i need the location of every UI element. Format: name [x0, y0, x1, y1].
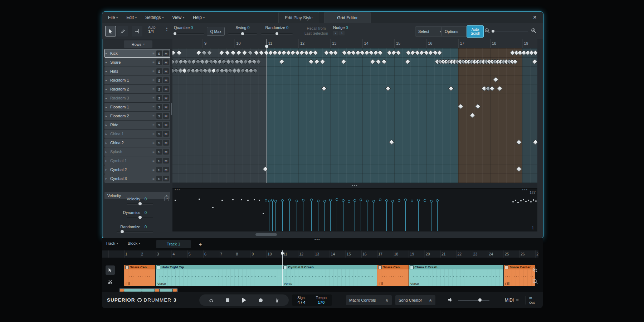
note-diamond[interactable] — [497, 86, 503, 92]
menu-file[interactable]: File▾ — [108, 15, 118, 20]
menu-edit[interactable]: Edit▾ — [126, 15, 137, 20]
note-diamond[interactable] — [262, 166, 268, 172]
section-grip-dots[interactable]: ••• — [314, 239, 321, 241]
chevron-right-icon[interactable]: ▸ — [106, 132, 109, 136]
solo-button[interactable]: S — [156, 167, 162, 172]
velocity-stem[interactable] — [337, 200, 337, 231]
velocity-stem[interactable] — [289, 201, 290, 231]
zoom-slider-handle[interactable] — [492, 30, 494, 33]
solo-button[interactable]: S — [156, 131, 162, 137]
velocity-dot[interactable] — [523, 199, 524, 200]
velocity-dot[interactable] — [212, 207, 214, 208]
stop-button[interactable] — [223, 296, 232, 305]
note-diamond[interactable] — [475, 104, 481, 109]
mute-button[interactable]: M — [163, 59, 169, 65]
scissors-tool-button[interactable] — [106, 277, 115, 286]
velocity-dot[interactable] — [263, 213, 264, 214]
velocity-node[interactable] — [329, 199, 332, 201]
row-cymbal-2[interactable]: ▸Cymbal 2≡SM — [104, 165, 170, 174]
solo-button[interactable]: S — [156, 158, 162, 164]
speaker-icon[interactable] — [448, 297, 453, 303]
randomize-slider-handle[interactable] — [275, 32, 278, 35]
mute-button[interactable]: M — [163, 104, 169, 110]
velocity-dot[interactable] — [517, 202, 519, 203]
mute-button[interactable]: M — [163, 122, 169, 128]
note-diamond[interactable] — [377, 50, 383, 56]
song-block[interactable]: Snare Cen...Fill — [377, 265, 408, 286]
velocity-dot[interactable] — [525, 201, 527, 202]
note-diamond[interactable] — [219, 50, 225, 56]
velocity-dot[interactable] — [535, 200, 537, 202]
row-china-2[interactable]: ▸China 2≡SM — [104, 138, 170, 147]
drag-handle-icon[interactable]: ≡ — [152, 150, 155, 154]
nudge-left-button[interactable]: ‹ — [333, 31, 338, 35]
solo-button[interactable]: S — [156, 104, 162, 110]
velocity-stem[interactable] — [374, 202, 374, 231]
velocity-stem[interactable] — [418, 201, 419, 231]
velocity-dot[interactable] — [530, 201, 532, 203]
velocity-node[interactable] — [411, 200, 413, 202]
auto-grid-selector[interactable]: Auto 1/4 ▴▾ — [148, 25, 167, 37]
note-diamond[interactable] — [396, 50, 401, 56]
note-diamond[interactable] — [196, 50, 201, 56]
velocity-stem[interactable] — [386, 201, 387, 231]
mute-button[interactable]: M — [163, 149, 169, 155]
velocity-node[interactable] — [310, 199, 313, 201]
solo-button[interactable]: S — [156, 140, 162, 146]
mute-button[interactable]: M — [163, 77, 169, 83]
note-diamond[interactable] — [279, 59, 285, 65]
note-diamond[interactable] — [255, 59, 261, 65]
velocity-stem[interactable] — [266, 201, 266, 231]
quantize-slider-handle[interactable] — [174, 32, 176, 35]
note-diamond[interactable] — [375, 59, 381, 65]
velocity-node[interactable] — [353, 199, 356, 202]
randomize-slider[interactable] — [261, 33, 293, 34]
mute-button[interactable]: M — [163, 167, 169, 172]
chevron-right-icon[interactable]: ▸ — [106, 106, 109, 109]
drag-handle-icon[interactable]: ≡ — [152, 141, 155, 145]
song-minimap[interactable] — [119, 288, 178, 292]
row-kick[interactable]: ▸Kick≡SM — [104, 49, 170, 58]
qmax-button[interactable]: Q Max — [207, 27, 225, 36]
velocity-node[interactable] — [265, 199, 267, 201]
minimap-segment[interactable] — [142, 289, 155, 292]
note-diamond[interactable] — [201, 50, 207, 56]
velocity-dot[interactable] — [512, 201, 514, 203]
pencil-tool-button[interactable] — [117, 26, 128, 36]
slider-track[interactable] — [127, 217, 153, 218]
chevron-right-icon[interactable]: ▸ — [106, 97, 109, 100]
velocity-stem[interactable] — [431, 202, 431, 231]
note-diamond[interactable] — [176, 50, 182, 56]
zoom-in-icon[interactable] — [531, 265, 540, 275]
chevron-right-icon[interactable]: ▸ — [106, 79, 109, 82]
velocity-dot[interactable] — [232, 199, 234, 200]
note-diamond[interactable] — [448, 86, 454, 92]
velocity-node[interactable] — [417, 199, 420, 201]
note-diamond[interactable] — [405, 59, 411, 65]
note-grid[interactable] — [172, 48, 537, 183]
zoom-out-icon[interactable] — [531, 277, 540, 286]
drag-handle-icon[interactable]: ≡ — [152, 78, 155, 82]
note-diamond[interactable] — [470, 113, 475, 118]
drag-handle-icon[interactable]: ≡ — [152, 132, 155, 136]
snap-tool-button[interactable] — [132, 26, 142, 36]
chevron-right-icon[interactable]: ▸ — [106, 177, 109, 180]
song-block[interactable]: Cymbal 5 CrashVerse — [282, 265, 377, 286]
velocity-dot[interactable] — [254, 199, 255, 200]
solo-button[interactable]: S — [156, 86, 162, 92]
note-diamond[interactable] — [533, 50, 537, 56]
chevron-right-icon[interactable]: ▸ — [106, 114, 109, 118]
tab-grid-editor[interactable]: Grid Editor — [324, 12, 371, 24]
velocity-node[interactable] — [317, 200, 319, 202]
solo-button[interactable]: S — [156, 122, 162, 128]
song-playhead[interactable] — [282, 250, 283, 286]
drag-handle-icon[interactable]: ≡ — [152, 69, 155, 73]
velocity-node[interactable] — [281, 199, 284, 202]
velocity-stem[interactable] — [437, 201, 438, 231]
velocity-lane[interactable]: ••• ••• 127 1 — [172, 188, 537, 231]
song-playhead-handle[interactable] — [281, 252, 284, 255]
velocity-node[interactable] — [372, 200, 375, 203]
mute-button[interactable]: M — [163, 140, 169, 146]
menu-settings[interactable]: Settings▾ — [145, 15, 164, 20]
note-diamond[interactable] — [308, 59, 314, 65]
